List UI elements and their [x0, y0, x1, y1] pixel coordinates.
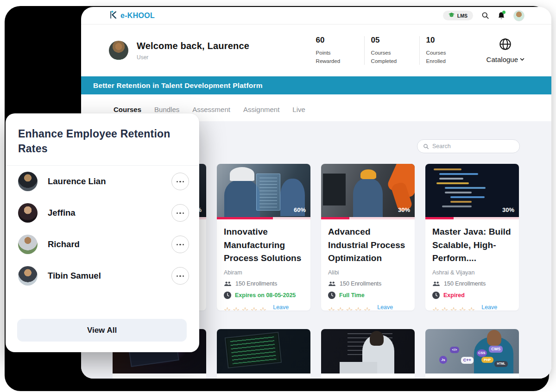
list-item[interactable]: Richard — [6, 229, 199, 260]
promo-banner-text: Better Retention in Talent Development P… — [93, 81, 263, 90]
notification-dot — [502, 11, 505, 14]
retention-overlay-card: Enhance Employee Retention Rates Laurenc… — [6, 113, 199, 352]
welcome-block: Welcome back, Laurence User — [137, 41, 249, 61]
dev-badge: </> — [450, 347, 460, 353]
progress-percent-label: 30% — [398, 206, 410, 213]
search-placeholder: Search — [432, 143, 451, 149]
course-card[interactable] — [217, 329, 310, 379]
stats-strip: 60 Points Rewarded 05 Courses Completed … — [310, 36, 474, 66]
page-canvas: e-KHOOL LMS — [0, 0, 556, 392]
catalogue-dropdown[interactable]: Catalogue — [486, 38, 524, 63]
clock-icon — [432, 292, 440, 299]
course-time-label: Full Time — [339, 292, 365, 299]
progress-percent-label: 60% — [294, 206, 306, 213]
user-avatar-large[interactable] — [109, 41, 128, 60]
dev-badge: CMS — [489, 346, 503, 353]
course-image — [217, 329, 310, 373]
stat-courses-completed: 05 Courses Completed — [365, 36, 419, 66]
tab-assignment[interactable]: Assignment — [243, 106, 279, 113]
person-name: Richard — [48, 239, 80, 249]
enrollments-icon — [432, 281, 440, 286]
lms-badge[interactable]: LMS — [443, 11, 473, 20]
stat-points-rewarded: 60 Points Rewarded — [310, 36, 364, 66]
search-icon[interactable] — [481, 12, 489, 19]
progress-percent-label: 30% — [502, 206, 514, 213]
tab-courses[interactable]: Courses — [114, 106, 141, 113]
leave-ratings-link[interactable]: Leave Ratings — [481, 304, 512, 311]
more-options-button[interactable] — [171, 204, 189, 222]
course-author: Alibi — [328, 269, 408, 276]
course-card[interactable]: 30% Master Java: Build Scalable, High-Pe… — [425, 164, 519, 311]
user-avatar-small[interactable] — [513, 10, 524, 21]
ratings-row: ☆☆☆☆☆ Leave Ratings — [328, 304, 408, 311]
leave-ratings-link[interactable]: Leave Ratings — [273, 304, 303, 311]
welcome-title: Welcome back, Laurence — [137, 41, 249, 51]
course-title: Innovative Manufacturing Process Solutio… — [224, 225, 303, 265]
view-all-button[interactable]: View All — [17, 319, 187, 342]
search-icon — [423, 143, 429, 149]
time-row: Expires on 08-05-2025 — [224, 292, 303, 299]
promo-banner: Better Retention in Talent Development P… — [81, 76, 551, 94]
lms-badge-label: LMS — [457, 13, 468, 19]
dev-badge: C++ — [461, 357, 474, 364]
rating-stars-icon[interactable]: ☆☆☆☆☆ — [328, 306, 373, 311]
graduation-cap-icon — [449, 12, 455, 19]
course-author: Abiram — [224, 269, 303, 276]
chevron-down-icon — [520, 58, 524, 61]
dev-badge: Js — [439, 356, 447, 364]
list-item[interactable]: Tibin Samuel — [6, 260, 199, 292]
logo-icon — [109, 10, 118, 21]
enrollments-row: 150 Enrollments — [328, 280, 408, 287]
course-image: 60% — [217, 164, 310, 217]
person-avatar — [18, 203, 38, 223]
person-avatar — [18, 266, 38, 286]
course-title: Master Java: Build Scalable, High-Perfor… — [432, 225, 512, 265]
person-avatar — [18, 172, 38, 191]
list-item[interactable]: Jeffina — [6, 197, 199, 229]
tab-live[interactable]: Live — [292, 106, 305, 113]
course-image — [321, 329, 415, 373]
dev-badge: PHP — [481, 357, 493, 363]
notifications-bell-icon[interactable] — [498, 12, 505, 20]
clock-icon — [224, 292, 231, 299]
person-name: Laurence Lian — [48, 176, 106, 187]
clock-icon — [328, 292, 335, 299]
person-avatar — [18, 235, 38, 254]
time-row: Full Time — [328, 292, 408, 299]
course-card[interactable] — [321, 329, 415, 379]
more-options-button[interactable] — [171, 236, 189, 253]
leave-ratings-link[interactable]: Leave Ratings — [377, 304, 408, 311]
globe-icon — [499, 38, 512, 52]
enrollments-row: 150 Enrollments — [432, 280, 512, 287]
course-image: </> CSS CMS Js C++ PHP HTML — [425, 329, 519, 373]
tab-bundles[interactable]: Bundles — [154, 106, 179, 113]
dev-badge: CSS — [477, 349, 486, 357]
person-name: Jeffina — [48, 208, 76, 218]
user-role-label: User — [137, 54, 249, 61]
topbar: e-KHOOL LMS — [81, 7, 551, 25]
tab-assessment[interactable]: Assessment — [192, 106, 230, 113]
course-time-label: Expires on 08-05-2025 — [235, 292, 296, 299]
course-time-label: Expired — [443, 292, 465, 299]
dev-badge: HTML — [494, 361, 507, 367]
logo-text: e-KHOOL — [120, 12, 155, 20]
app-logo[interactable]: e-KHOOL — [109, 10, 155, 21]
enrollments-row: 150 Enrollments — [224, 280, 303, 287]
rating-stars-icon[interactable]: ☆☆☆☆☆ — [224, 306, 268, 311]
course-search-input[interactable]: Search — [417, 139, 520, 153]
topbar-actions: LMS — [443, 10, 524, 21]
welcome-header: Welcome back, Laurence User 60 Points Re… — [81, 25, 551, 76]
course-card[interactable]: 30% Advanced Industrial Process Optimiza… — [321, 164, 415, 311]
more-options-button[interactable] — [171, 173, 189, 190]
catalogue-label: Catalogue — [486, 56, 524, 63]
course-card[interactable]: 60% Innovative Manufacturing Process Sol… — [217, 164, 310, 311]
course-card[interactable]: </> CSS CMS Js C++ PHP HTML — [425, 329, 519, 379]
course-author: Ashrai & Vijayan — [432, 269, 512, 276]
course-image: 30% — [425, 164, 519, 217]
course-title: Advanced Industrial Process Optimization — [328, 225, 408, 265]
overlay-title: Enhance Employee Retention Rates — [6, 113, 199, 165]
list-item[interactable]: Laurence Lian — [6, 166, 199, 197]
more-options-button[interactable] — [171, 267, 189, 285]
enrollments-icon — [328, 281, 336, 286]
rating-stars-icon[interactable]: ☆☆☆☆☆ — [432, 306, 477, 311]
